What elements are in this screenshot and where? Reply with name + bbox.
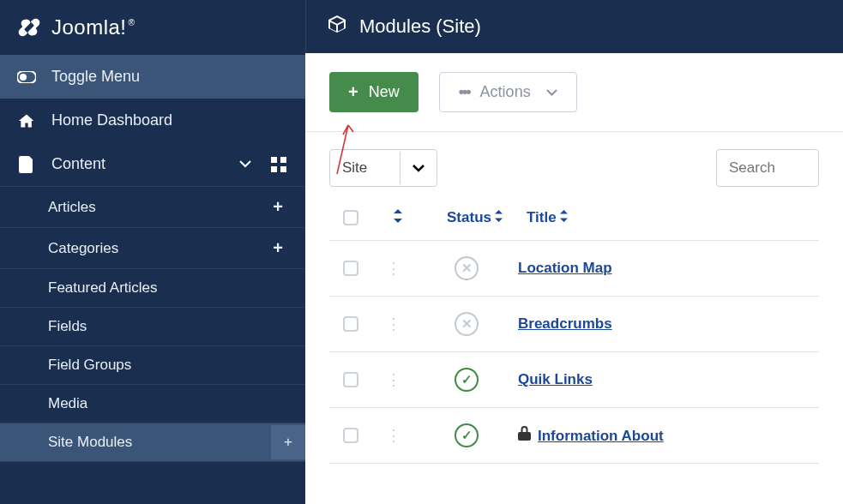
sidebar-field-groups[interactable]: Field Groups: [0, 346, 305, 385]
sort-icon: [559, 212, 569, 225]
plus-icon: +: [348, 82, 358, 102]
title-column[interactable]: Title: [527, 209, 819, 226]
sort-icon: [494, 212, 503, 225]
sidebar-articles[interactable]: Articles +: [0, 186, 305, 228]
table-row: ⋮✓Information About: [329, 408, 819, 464]
row-checkbox[interactable]: [343, 372, 358, 387]
status-check-icon[interactable]: ✓: [455, 423, 479, 447]
content-icon: [17, 156, 36, 173]
brand: Joomla!®: [0, 0, 305, 55]
content-submenu: Articles + Categories + Featured Article…: [0, 186, 305, 462]
svg-rect-4: [271, 166, 277, 172]
page-title: Modules (Site): [359, 15, 481, 38]
sidebar-media[interactable]: Media: [0, 385, 305, 423]
sidebar-home-dashboard[interactable]: Home Dashboard: [0, 99, 305, 142]
filter-row: Site: [305, 132, 843, 187]
drag-handle[interactable]: ⋮: [372, 315, 415, 333]
svg-rect-2: [271, 157, 277, 163]
chevron-down-icon: [546, 86, 557, 99]
search-field[interactable]: [729, 159, 806, 177]
drag-handle[interactable]: ⋮: [372, 371, 415, 389]
table-row: ⋮✕Location Map: [329, 241, 819, 297]
drag-handle[interactable]: ⋮: [372, 427, 415, 445]
toggle-menu[interactable]: Toggle Menu: [0, 55, 305, 99]
status-check-icon[interactable]: ✓: [455, 368, 479, 392]
table-row: ⋮✓Quik Links: [329, 352, 819, 408]
chevron-down-icon: [237, 160, 254, 168]
plus-icon[interactable]: +: [268, 238, 288, 258]
row-checkbox[interactable]: [343, 316, 358, 332]
row-checkbox[interactable]: [343, 261, 358, 276]
ellipsis-icon: •••: [459, 83, 470, 101]
status-x-icon[interactable]: ✕: [455, 312, 479, 336]
lock-icon[interactable]: [518, 428, 531, 444]
brand-text: Joomla!®: [51, 15, 135, 39]
module-title-link[interactable]: Location Map: [518, 260, 612, 276]
home-label: Home Dashboard: [51, 111, 288, 129]
plus-icon[interactable]: +: [271, 425, 305, 459]
dashboard-grid-icon[interactable]: [269, 157, 288, 172]
box-icon: [327, 14, 347, 39]
sidebar-featured-articles[interactable]: Featured Articles: [0, 269, 305, 308]
svg-rect-5: [280, 166, 286, 172]
chevron-down-icon: [400, 152, 437, 184]
svg-point-1: [20, 74, 27, 81]
row-checkbox[interactable]: [343, 428, 358, 443]
plus-icon[interactable]: +: [268, 197, 288, 217]
sidebar-site-modules[interactable]: Site Modules +: [0, 423, 305, 462]
module-title-link[interactable]: Quik Links: [518, 371, 593, 387]
modules-table: Status Title ⋮✕Location Map⋮✕Breadcrumbs…: [305, 187, 843, 464]
sidebar-categories[interactable]: Categories +: [0, 228, 305, 269]
status-column[interactable]: Status: [424, 209, 527, 226]
sidebar: Joomla!® Toggle Menu Home Dashboard Cont…: [0, 0, 305, 504]
joomla-logo-icon: [17, 15, 41, 39]
toggle-icon: [17, 71, 36, 83]
module-title-link[interactable]: Information About: [538, 428, 664, 444]
table-header: Status Title: [329, 195, 819, 241]
svg-rect-3: [280, 157, 286, 163]
client-select[interactable]: Site: [329, 149, 437, 187]
home-icon: [17, 112, 36, 129]
toggle-label: Toggle Menu: [51, 68, 288, 86]
search-input[interactable]: [716, 149, 819, 187]
select-all-checkbox[interactable]: [343, 210, 358, 225]
content-label: Content: [51, 155, 221, 173]
actions-button[interactable]: ••• Actions: [439, 72, 577, 112]
main: Modules (Site) + New ••• Actions Site: [305, 0, 843, 504]
toolbar: + New ••• Actions: [305, 53, 843, 132]
status-x-icon[interactable]: ✕: [455, 256, 479, 280]
topbar: Modules (Site): [305, 0, 843, 53]
sidebar-fields[interactable]: Fields: [0, 308, 305, 346]
drag-handle[interactable]: ⋮: [372, 260, 415, 278]
order-column[interactable]: [372, 209, 424, 226]
module-title-link[interactable]: Breadcrumbs: [518, 315, 612, 332]
table-row: ⋮✕Breadcrumbs: [329, 297, 819, 352]
new-button[interactable]: + New: [329, 72, 418, 112]
sidebar-content[interactable]: Content: [0, 142, 305, 186]
